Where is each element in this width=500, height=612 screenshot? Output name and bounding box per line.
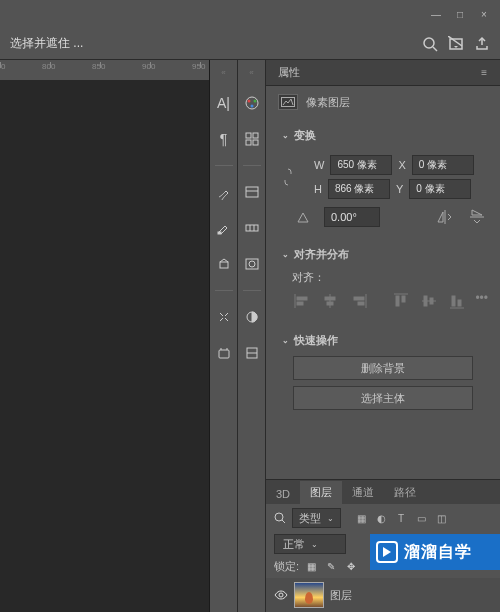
collapse-icon[interactable]: « bbox=[221, 68, 225, 77]
lock-pixels-icon[interactable]: ▦ bbox=[303, 558, 319, 574]
lock-artboard-icon[interactable]: ✥ bbox=[343, 558, 359, 574]
brush-settings-panel-icon[interactable] bbox=[214, 218, 234, 238]
color-panel-icon[interactable] bbox=[242, 129, 262, 149]
adjustments-panel-icon[interactable] bbox=[242, 307, 262, 327]
share-icon[interactable] bbox=[474, 36, 490, 52]
align-center-v-icon[interactable] bbox=[419, 291, 439, 311]
layer-type-row: 像素图层 bbox=[266, 86, 500, 118]
panel-dock-left: « A| ¶ bbox=[210, 60, 238, 612]
tab-channels[interactable]: 通道 bbox=[342, 481, 384, 504]
filter-shape-icon[interactable]: ▭ bbox=[413, 510, 429, 526]
svg-rect-43 bbox=[396, 296, 399, 306]
filter-adjust-icon[interactable]: ◐ bbox=[373, 510, 389, 526]
align-center-h-icon[interactable] bbox=[320, 291, 340, 311]
tab-paths[interactable]: 路径 bbox=[384, 481, 426, 504]
align-heading[interactable]: ⌄对齐并分布 bbox=[282, 247, 488, 262]
brush-panel-icon[interactable] bbox=[214, 182, 234, 202]
window-close-button[interactable]: × bbox=[472, 5, 496, 23]
svg-rect-17 bbox=[246, 187, 258, 197]
rotate-icon[interactable] bbox=[292, 208, 314, 226]
align-bottom-icon[interactable] bbox=[447, 291, 467, 311]
height-field[interactable]: 866 像素 bbox=[328, 179, 390, 199]
svg-rect-15 bbox=[246, 140, 251, 145]
svg-line-52 bbox=[282, 520, 285, 523]
filter-type-select[interactable]: 类型⌄ bbox=[292, 508, 341, 528]
width-label: W bbox=[314, 159, 324, 171]
svg-rect-34 bbox=[297, 297, 307, 300]
play-icon bbox=[376, 541, 398, 563]
select-subject-button[interactable]: 选择主体 bbox=[293, 386, 474, 410]
svg-rect-47 bbox=[430, 298, 433, 304]
width-field[interactable]: 650 像素 bbox=[330, 155, 392, 175]
transform-heading[interactable]: ⌄变换 bbox=[282, 128, 488, 143]
svg-rect-19 bbox=[246, 225, 258, 231]
link-dimensions-icon[interactable] bbox=[278, 161, 298, 193]
canvas-area: 750 800 850 900 950 1000 bbox=[0, 60, 210, 612]
svg-point-51 bbox=[275, 513, 283, 521]
height-label: H bbox=[314, 183, 322, 195]
pixel-layer-icon bbox=[278, 94, 298, 110]
clone-panel-icon[interactable] bbox=[214, 254, 234, 274]
quick-actions-section: ⌄快速操作 删除背景 选择主体 bbox=[266, 323, 500, 426]
filter-smart-icon[interactable]: ◫ bbox=[433, 510, 449, 526]
window-minimize-button[interactable]: — bbox=[424, 5, 448, 23]
paragraph-panel-icon[interactable]: ¶ bbox=[214, 129, 234, 149]
svg-rect-6 bbox=[219, 350, 229, 358]
window-maximize-button[interactable]: □ bbox=[448, 5, 472, 23]
align-top-icon[interactable] bbox=[390, 291, 410, 311]
lock-position-icon[interactable]: ✎ bbox=[323, 558, 339, 574]
filter-pixel-icon[interactable]: ▦ bbox=[353, 510, 369, 526]
y-field[interactable]: 0 像素 bbox=[409, 179, 471, 199]
align-more-icon[interactable]: ••• bbox=[475, 291, 488, 311]
styles-panel-icon[interactable] bbox=[242, 343, 262, 363]
blend-mode-select[interactable]: 正常⌄ bbox=[274, 534, 346, 554]
panel-menu-icon[interactable]: ≡ bbox=[481, 67, 488, 78]
workspace-icon[interactable] bbox=[448, 36, 464, 52]
x-label: X bbox=[398, 159, 405, 171]
libraries-panel-icon[interactable] bbox=[242, 182, 262, 202]
swatches-panel-icon[interactable] bbox=[242, 93, 262, 113]
svg-rect-5 bbox=[220, 262, 228, 268]
properties-tab[interactable]: 属性 ≡ bbox=[266, 60, 500, 86]
flip-horizontal-icon[interactable] bbox=[434, 208, 456, 226]
gradients-panel-icon[interactable] bbox=[242, 218, 262, 238]
angle-field[interactable]: 0.00° bbox=[324, 207, 380, 227]
collapse-icon[interactable]: « bbox=[249, 68, 253, 77]
panel-dock-right: « bbox=[238, 60, 266, 612]
filter-text-icon[interactable]: T bbox=[393, 510, 409, 526]
tab-3d[interactable]: 3D bbox=[266, 484, 300, 504]
tools-panel-icon[interactable] bbox=[214, 307, 234, 327]
watermark-text: 溜溜自学 bbox=[404, 542, 472, 563]
chevron-down-icon: ⌄ bbox=[282, 131, 289, 140]
x-field[interactable]: 0 像素 bbox=[412, 155, 474, 175]
visibility-icon[interactable] bbox=[274, 588, 288, 602]
svg-point-0 bbox=[424, 38, 434, 48]
tab-layers[interactable]: 图层 bbox=[300, 481, 342, 504]
chevron-down-icon: ⌄ bbox=[282, 250, 289, 259]
align-right-icon[interactable] bbox=[349, 291, 369, 311]
chevron-down-icon: ⌄ bbox=[282, 336, 289, 345]
select-and-mask-button[interactable]: 选择并遮住 ... bbox=[10, 35, 83, 52]
svg-marker-28 bbox=[298, 213, 308, 222]
document-canvas[interactable] bbox=[0, 80, 210, 610]
align-left-icon[interactable] bbox=[292, 291, 312, 311]
flip-vertical-icon[interactable] bbox=[466, 208, 488, 226]
svg-rect-37 bbox=[325, 297, 335, 300]
layer-row[interactable]: 图层 bbox=[266, 578, 500, 612]
history-panel-icon[interactable] bbox=[214, 343, 234, 363]
search-icon[interactable] bbox=[274, 512, 286, 524]
quick-actions-heading[interactable]: ⌄快速操作 bbox=[282, 333, 488, 348]
svg-rect-40 bbox=[354, 297, 364, 300]
svg-rect-50 bbox=[458, 300, 461, 306]
svg-rect-41 bbox=[358, 302, 364, 305]
character-panel-icon[interactable]: A| bbox=[214, 93, 234, 113]
svg-rect-13 bbox=[246, 133, 251, 138]
layer-name[interactable]: 图层 bbox=[330, 588, 352, 603]
layer-thumbnail[interactable] bbox=[294, 582, 324, 608]
transform-section: ⌄变换 W 650 像素 X 0 像素 H 866 bbox=[266, 118, 500, 237]
horizontal-ruler: 750 800 850 900 950 1000 bbox=[0, 60, 209, 80]
remove-background-button[interactable]: 删除背景 bbox=[293, 356, 474, 380]
patterns-panel-icon[interactable] bbox=[242, 254, 262, 274]
search-icon[interactable] bbox=[422, 36, 438, 52]
svg-point-12 bbox=[250, 105, 253, 108]
